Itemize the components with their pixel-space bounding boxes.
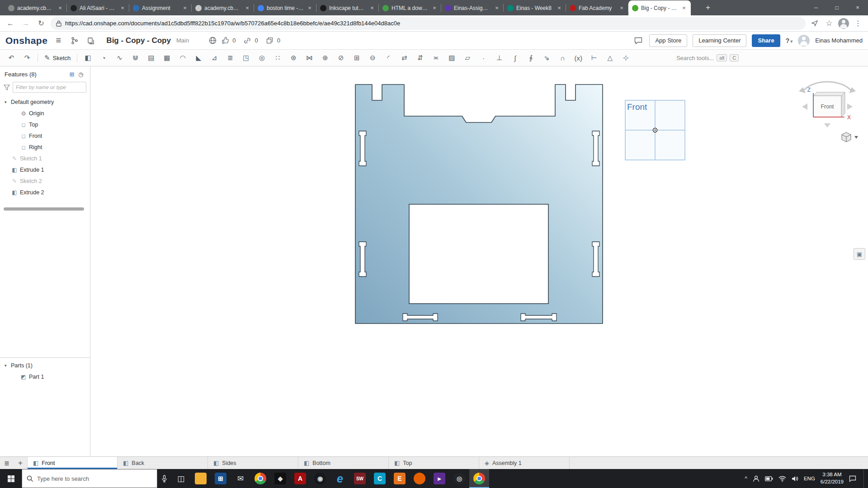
volume-icon[interactable] [792,476,798,482]
search-tools[interactable]: Search tools... alt C [676,54,739,61]
extrude-icon[interactable]: ◧ [80,52,95,64]
help-button[interactable]: ? [786,37,793,44]
browser-tab[interactable]: Ali AlSaari - Fab [67,0,129,15]
camera-app[interactable]: ◎ [449,469,469,488]
part-slot[interactable] [359,131,366,166]
new-tab-button[interactable] [702,1,714,14]
forward-button[interactable] [20,18,32,29]
battery-icon[interactable] [765,476,773,481]
thicken-icon[interactable]: ▤ [143,52,159,64]
delete-part-icon[interactable]: ⊖ [365,52,380,64]
view-cube[interactable]: Front Z X [799,82,856,127]
history-icon[interactable] [76,70,85,79]
expand-chevron-icon[interactable] [5,363,11,368]
tab-close-icon[interactable] [556,5,562,11]
feature-tree-item[interactable]: Default geometry [0,96,90,108]
graphics-canvas[interactable]: Front Front Z [90,66,868,456]
split-icon[interactable]: ⊘ [333,52,349,64]
shell-icon[interactable]: ◳ [238,52,254,64]
feature-tree-item[interactable]: Extrude 1 [0,164,90,175]
bookmark-star-icon[interactable] [824,18,835,29]
taskbar-clock[interactable]: 3:38 AM 6/22/2019 [821,471,844,485]
browser-tab[interactable]: Big - Copy - Cop [628,0,691,15]
file-explorer-app[interactable] [191,469,211,488]
tab-back[interactable]: Back [118,457,208,469]
boolean-icon[interactable]: ⊕ [317,52,333,64]
project-curve-icon[interactable]: ⇘ [539,52,554,64]
feature-tree-item[interactable]: Top [0,119,90,130]
feature-tree-item[interactable]: Origin [0,108,90,119]
feature-tree-item[interactable]: Extrude 2 [0,187,90,198]
revolve-icon[interactable]: ◔ [96,52,111,64]
helix-icon[interactable]: ∮ [523,52,538,64]
task-view-button[interactable]: ◫ [171,469,191,488]
feature-tree-item[interactable]: Sketch 1 [0,153,90,164]
store-app[interactable]: ⊞ [211,469,231,488]
point-icon[interactable]: ∙ [476,52,491,64]
browser-menu-icon[interactable] [853,18,863,29]
cortana-mic-button[interactable] [157,469,171,488]
rotate-right-icon[interactable] [847,103,853,110]
feature-tree-item[interactable]: Right [0,141,90,153]
panel-scrollbar[interactable] [4,207,84,211]
tab-top[interactable]: Top [389,457,479,469]
tab-close-icon[interactable] [369,5,375,11]
language-indicator[interactable]: ENG [804,476,815,481]
copies-icon[interactable] [264,35,275,46]
tab-close-icon[interactable] [431,5,438,11]
chrome-active-app[interactable] [469,469,489,488]
axis-icon[interactable]: ⊥ [491,52,507,64]
maximize-button[interactable]: □ [826,0,847,15]
replace-face-icon[interactable]: ⇵ [412,52,428,64]
expand-chevron-icon[interactable] [5,100,11,104]
plane-icon[interactable]: ▱ [460,52,475,64]
transform-icon[interactable]: ⊞ [349,52,364,64]
search-tools-label[interactable]: Search tools... [676,55,714,61]
firefox-app[interactable] [410,469,429,488]
browser-tab[interactable]: HTML a downloa [379,0,441,15]
move-face-icon[interactable]: ⇄ [396,52,412,64]
user-avatar[interactable] [798,35,810,47]
tab-close-icon[interactable] [494,5,500,11]
obs-app[interactable]: ◉ [310,469,330,488]
search-placeholder[interactable]: Type here to search [37,475,89,482]
e-orange-app[interactable]: E [390,469,410,488]
link-icon[interactable] [242,35,253,46]
modify-fillet-icon[interactable]: ◜ [381,52,396,64]
insert-feature-icon[interactable] [67,70,76,79]
tab-close-icon[interactable] [681,5,687,11]
viewcube-side-face[interactable] [841,92,845,117]
tab-close-icon[interactable] [182,5,188,11]
tab-close-icon[interactable] [57,5,63,11]
wifi-icon[interactable] [778,476,786,482]
hamburger-menu-icon[interactable] [53,35,64,46]
offset-surface-icon[interactable]: ≍ [428,52,443,64]
share-button[interactable]: Share [752,34,780,47]
tab-close-icon[interactable] [307,5,313,11]
browser-tab[interactable]: boston time - Go [254,0,316,15]
insert-elements-icon[interactable] [85,35,96,46]
public-globe-icon[interactable] [207,35,218,46]
parts-header[interactable]: Parts (1) [0,360,90,371]
people-icon[interactable] [753,475,760,482]
part-slot[interactable] [592,131,599,166]
feature-tree-item[interactable]: Sketch 2 [0,175,90,187]
redo-icon[interactable] [19,52,35,64]
variable-icon[interactable]: (x) [571,52,586,64]
part-item[interactable]: Part 1 [0,371,90,382]
spline-icon[interactable]: ∫ [507,52,523,64]
tab-close-icon[interactable] [244,5,250,11]
sketch-front[interactable]: Front [625,100,685,160]
versions-icon[interactable] [69,35,80,46]
start-button[interactable] [0,469,22,488]
browser-tab[interactable]: Assignment [129,0,192,15]
part-slot[interactable] [592,242,599,277]
tab-assembly-1[interactable]: Assembly 1 [479,457,570,469]
workspace-name[interactable]: Main [176,37,189,44]
hole-icon[interactable]: ◎ [254,52,269,64]
document-title[interactable]: Big - Copy - Copy [106,36,171,45]
taskbar-search[interactable]: Type here to search [22,469,157,488]
onshape-logo[interactable]: Onshape [5,35,47,46]
linear-pattern-icon[interactable]: ∷ [270,52,285,64]
circular-pattern-icon[interactable]: ⊛ [286,52,301,64]
